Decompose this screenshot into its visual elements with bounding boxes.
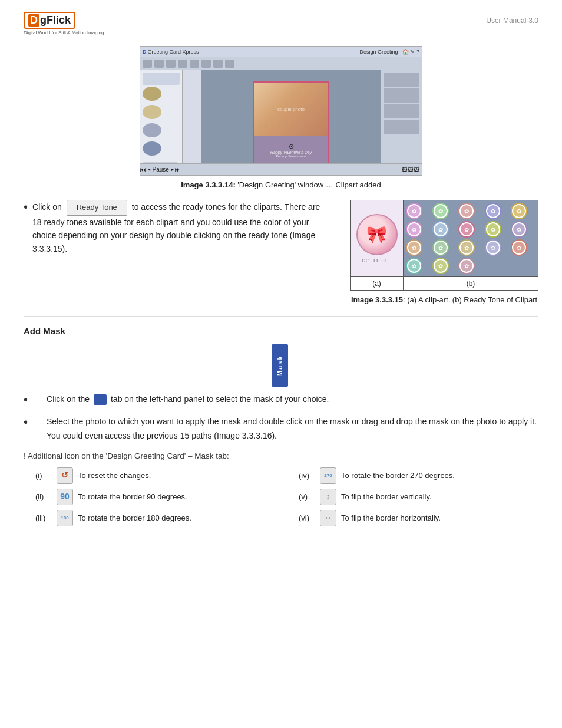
bullet-dot: • (24, 200, 28, 214)
icon-row-2: (ii)90To rotate the border 90 degrees. (35, 489, 275, 505)
clipart-col-a: 🎀 DG_11_01... (351, 200, 404, 276)
icon-list: (i)↺To reset the changes.(iv)270To rotat… (35, 467, 538, 526)
icon-label-0: To reset the changes. (78, 470, 151, 482)
clipart-circle-2[interactable]: ✿ (458, 203, 475, 219)
icon-row-0: (i)↺To reset the changes. (35, 467, 275, 484)
icon-image-2: 90 (57, 489, 73, 505)
mask-tab-col: Mask (24, 344, 538, 387)
icon-label-4: To rotate the border 180 degrees. (78, 512, 191, 524)
screenshot-toolbar (140, 57, 422, 70)
logo-gflick: gFlick (40, 14, 71, 27)
image-caption-3-3-3-14: Image 3.3.3.14: 'Design Greeting' window… (181, 180, 381, 189)
clipart-circle-10[interactable]: ✿ (406, 239, 422, 256)
icon-index-4: (iii) (35, 512, 52, 524)
icon-index-2: (ii) (35, 491, 52, 503)
clipart-circle-1[interactable]: ✿ (432, 203, 449, 219)
ready-tone-bullet-content: Click on Ready Tone to access the ready … (32, 200, 331, 255)
logo-area: D gFlick Digital World for Still & Motio… (24, 12, 104, 35)
add-mask-heading: Add Mask (24, 326, 538, 336)
ready-tone-button[interactable]: Ready Tone (67, 200, 127, 216)
icon-image-3: ↕ (320, 489, 336, 505)
icon-row-5: (vi)↔To flip the border horizontally. (299, 510, 538, 526)
screenshot-body: couple photo ⊙ Happy Valentine's Day For… (140, 70, 422, 175)
screenshot-image: D Greeting Card Xpress – Design Greeting… (140, 46, 422, 176)
icon-index-0: (i) (35, 470, 52, 482)
logo-d: D (28, 14, 39, 27)
clipart-main-image: 🎀 (356, 214, 398, 255)
screenshot-canvas: couple photo ⊙ Happy Valentine's Day For… (201, 70, 381, 175)
clipart-circle-12[interactable]: ✿ (458, 239, 475, 256)
icon-image-1: 270 (320, 467, 336, 484)
screenshot-sidebar (140, 70, 183, 175)
clipart-circle-13[interactable]: ✿ (485, 239, 501, 256)
section-divider (24, 316, 538, 317)
clipart-filename: DG_11_01... (362, 258, 392, 263)
logo: D gFlick (24, 12, 75, 29)
mask-tab-label: Mask (272, 344, 288, 387)
ready-tone-text-col: • Click on Ready Tone to access the read… (24, 200, 331, 261)
clipart-circle-8[interactable]: ✿ (485, 221, 501, 238)
photo-card: couple photo ⊙ Happy Valentine's Day For… (253, 81, 329, 164)
clipart-footer-a: (a) (351, 277, 404, 290)
screenshot-right-panel (381, 70, 422, 175)
clipart-circle-6[interactable]: ✿ (432, 221, 449, 238)
clipart-col-b: ✿✿✿✿✿✿✿✿✿✿✿✿✿✿✿✿✿✿ (404, 200, 538, 276)
clipart-circle-15[interactable]: ✿ (406, 258, 422, 274)
icon-image-4: 180 (57, 510, 73, 526)
clipart-circle-11[interactable]: ✿ (432, 239, 449, 256)
mask-note: ! Additional icon on the 'Design Greetin… (24, 452, 538, 460)
clipart-panel-inner: 🎀 DG_11_01... ✿✿✿✿✿✿✿✿✿✿✿✿✿✿✿✿✿✿ (351, 200, 538, 276)
clipart-circle-3[interactable]: ✿ (485, 203, 501, 219)
mask-bullet-1: • Click on the tab on the left-hand pane… (24, 393, 538, 407)
icon-label-5: To flip the border horizontally. (341, 512, 441, 524)
clipart-circle-16[interactable]: ✿ (432, 258, 449, 274)
icon-index-3: (v) (299, 491, 315, 503)
image-caption-3-3-3-15: Image 3.3.3.15: (a) A clip-art. (b) Read… (351, 295, 537, 304)
clipart-circle-5[interactable]: ✿ (406, 221, 422, 238)
icon-row-3: (v)↕To flip the border vertically. (299, 489, 538, 505)
logo-tagline: Digital World for Still & Motion Imaging (24, 30, 104, 35)
clipart-panel-footer: (a) (b) (351, 276, 538, 290)
icon-label-1: To rotate the border 270 degrees. (341, 470, 455, 482)
mask-bullet-2: • Select the photo to which you want to … (24, 415, 538, 443)
clipart-circle-14[interactable]: ✿ (511, 239, 527, 256)
screenshot-3-3-3-14: D Greeting Card Xpress – Design Greeting… (24, 46, 538, 189)
icon-row-1: (iv)270To rotate the border 270 degrees. (299, 467, 538, 484)
icon-label-3: To flip the border vertically. (341, 491, 432, 503)
clipart-circle-7[interactable]: ✿ (458, 221, 475, 238)
clipart-circle-0[interactable]: ✿ (406, 203, 422, 219)
icon-label-2: To rotate the border 90 degrees. (78, 491, 187, 503)
add-mask-section: Add Mask Mask • Click on the tab on the … (24, 326, 538, 526)
icon-row-4: (iii)180To rotate the border 180 degrees… (35, 510, 275, 526)
clipart-circle-17[interactable]: ✿ (458, 258, 475, 274)
manual-version: User Manual-3.0 (486, 12, 538, 25)
clipart-circle-9[interactable]: ✿ (511, 221, 527, 238)
ready-tone-section: • Click on Ready Tone to access the read… (24, 200, 538, 304)
page-header: D gFlick Digital World for Still & Motio… (24, 12, 538, 35)
clipart-panel-area: 🎀 DG_11_01... ✿✿✿✿✿✿✿✿✿✿✿✿✿✿✿✿✿✿ (a) (b)… (350, 200, 538, 304)
icon-image-5: ↔ (320, 510, 336, 526)
icon-index-1: (iv) (299, 470, 315, 482)
mask-tab-image: Mask (272, 344, 288, 387)
icon-image-0: ↺ (57, 467, 73, 484)
clipart-panel: 🎀 DG_11_01... ✿✿✿✿✿✿✿✿✿✿✿✿✿✿✿✿✿✿ (a) (b) (350, 200, 538, 291)
icon-index-5: (vi) (299, 512, 315, 524)
clipart-footer-b: (b) (404, 277, 538, 290)
screenshot-titlebar: D Greeting Card Xpress – Design Greeting… (140, 47, 422, 57)
ready-tone-bullet: • Click on Ready Tone to access the read… (24, 200, 331, 255)
clipart-circle-4[interactable]: ✿ (511, 203, 527, 219)
